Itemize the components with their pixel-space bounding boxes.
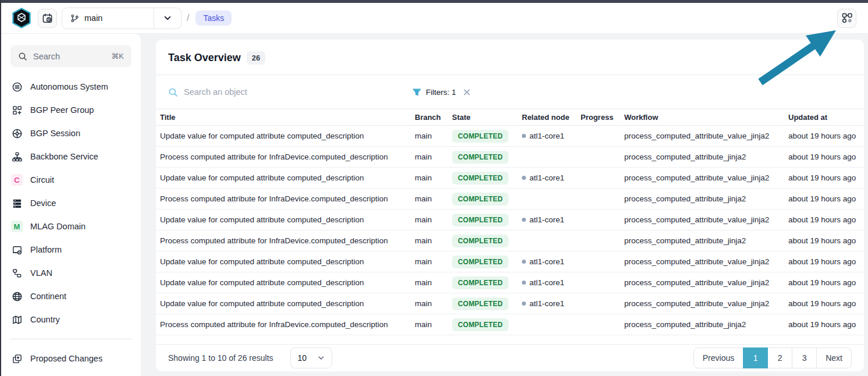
sidebar-item-backbone-service[interactable]: Backbone Service (1, 145, 141, 168)
continent-icon (11, 290, 23, 302)
table-row[interactable]: Update value for computed attribute comp… (156, 126, 864, 147)
sidebar-item-label: BGP Peer Group (30, 105, 94, 115)
related-node-dot-icon (522, 281, 526, 285)
git-branch-icon (70, 14, 79, 23)
task-overview-card: Task Overview 26 Search an object Filter… (156, 40, 864, 371)
table-row[interactable]: Update value for computed attribute comp… (156, 251, 864, 272)
page-button-1[interactable]: 1 (743, 347, 768, 368)
breadcrumb-separator: / (187, 13, 189, 23)
sidebar-menu: Autonomous SystemBGP Peer GroupBGP Sessi… (1, 75, 141, 331)
sidebar-item-continent[interactable]: Continent (1, 285, 141, 308)
cell-updated-at: about 19 hours ago (784, 152, 864, 161)
related-node-dot-icon (522, 218, 526, 222)
cell-state: COMPLETED (448, 318, 518, 331)
page-button-2[interactable]: 2 (767, 347, 792, 368)
table-body: Update value for computed attribute comp… (156, 126, 864, 335)
table-row[interactable]: Update value for computed attribute comp… (156, 168, 864, 189)
related-node-name: atl1-core1 (529, 173, 564, 182)
proposed-changes-icon (11, 353, 23, 364)
cell-title: Update value for computed attribute comp… (156, 173, 411, 182)
cell-workflow: process_computed_attribute_jinja2 (620, 236, 784, 245)
related-node-name: atl1-core1 (529, 299, 564, 308)
table-row[interactable]: Process computed attribute for InfraDevi… (156, 189, 864, 210)
filters-count-label: Filters: 1 (426, 88, 456, 97)
sidebar-footer-menu: Proposed ChangesObject Management (1, 347, 141, 376)
sidebar-item-object-management[interactable]: Object Management (1, 370, 141, 376)
sidebar-item-circuit[interactable]: CCircuit (1, 168, 141, 191)
filters-button[interactable]: Filters: 1 (412, 88, 471, 97)
cell-title: Process computed attribute for InfraDevi… (156, 320, 411, 329)
card-header: Task Overview 26 (156, 40, 864, 75)
time-travel-calendar-button[interactable] (38, 9, 57, 28)
window-edge-top (0, 0, 868, 3)
branch-dropdown-toggle[interactable] (154, 8, 181, 29)
sidebar-item-autonomous-system[interactable]: Autonomous System (1, 75, 141, 98)
cell-updated-at: about 19 hours ago (784, 299, 864, 308)
table-row[interactable]: Process computed attribute for InfraDevi… (156, 314, 864, 335)
device-icon (11, 197, 23, 209)
cell-state: COMPLETED (448, 130, 518, 143)
related-node-dot-icon (522, 260, 526, 264)
sidebar-item-bgp-session[interactable]: BGP Session (1, 122, 141, 145)
state-badge: COMPLETED (452, 214, 508, 226)
page-size-select[interactable]: 10 (290, 347, 332, 368)
next-page-button[interactable]: Next (816, 347, 852, 368)
cell-branch: main (411, 299, 448, 308)
sidebar-search-placeholder: Search (33, 52, 105, 61)
sidebar-item-platform[interactable]: Platform (1, 238, 141, 261)
filter-row: Search an object Filters: 1 (156, 75, 864, 109)
sidebar-item-bgp-peer-group[interactable]: BGP Peer Group (1, 98, 141, 122)
cell-title: Process computed attribute for InfraDevi… (156, 194, 411, 203)
branch-selector[interactable]: main (62, 8, 182, 29)
sidebar-item-mlag-domain[interactable]: MMLAG Domain (1, 215, 141, 238)
cell-state: COMPLETED (448, 151, 518, 164)
sidebar-item-device[interactable]: Device (1, 191, 141, 215)
cell-updated-at: about 19 hours ago (784, 257, 864, 266)
sidebar-item-proposed-changes[interactable]: Proposed Changes (1, 347, 141, 370)
object-search-placeholder: Search an object (184, 87, 247, 97)
column-header-workflow: Workflow (620, 113, 784, 122)
table-row[interactable]: Update value for computed attribute comp… (156, 210, 864, 230)
cell-workflow: process_computed_attribute_value_jinja2 (620, 215, 784, 224)
table-row[interactable]: Process computed attribute for InfraDevi… (156, 147, 864, 168)
related-node-name: atl1-core1 (529, 278, 564, 287)
vlan-icon (11, 267, 23, 279)
state-badge: COMPLETED (452, 256, 508, 268)
letter-badge: C (11, 174, 23, 186)
sidebar-item-label: VLAN (30, 268, 52, 278)
cell-branch: main (411, 320, 448, 329)
page-button-3[interactable]: 3 (792, 347, 817, 368)
platform-icon (11, 244, 23, 256)
previous-page-button[interactable]: Previous (693, 347, 744, 368)
state-badge: COMPLETED (452, 130, 508, 143)
sidebar-item-vlan[interactable]: VLAN (1, 261, 141, 285)
branch-selected-value[interactable]: main (62, 8, 154, 29)
pagination-footer: Showing 1 to 10 of 26 results 10 Previou… (156, 344, 864, 371)
cell-workflow: process_computed_attribute_value_jinja2 (620, 278, 784, 287)
cell-updated-at: about 19 hours ago (784, 278, 864, 287)
related-node-dot-icon (522, 301, 526, 306)
schema-visualizer-button[interactable] (837, 9, 856, 28)
state-badge: COMPLETED (452, 318, 508, 331)
cell-title: Update value for computed attribute comp… (156, 215, 411, 224)
cell-workflow: process_computed_attribute_jinja2 (620, 194, 784, 203)
cell-title: Update value for computed attribute comp… (156, 299, 411, 308)
cell-related-node: atl1-core1 (518, 173, 577, 182)
column-header-title: Title (156, 113, 411, 122)
table-row[interactable]: Update value for computed attribute comp… (156, 293, 864, 314)
breadcrumb-tasks[interactable]: Tasks (195, 10, 232, 26)
cell-branch: main (411, 132, 448, 140)
clear-filters-icon[interactable] (463, 88, 471, 96)
table-row[interactable]: Process computed attribute for InfraDevi… (156, 230, 864, 251)
sidebar-item-label: Circuit (30, 175, 54, 185)
cell-workflow: process_computed_attribute_jinja2 (620, 152, 784, 161)
object-search-input[interactable]: Search an object (168, 87, 287, 97)
column-header-updated-at: Updated at (784, 113, 864, 122)
infrahub-logo-icon[interactable] (12, 8, 31, 29)
cell-state: COMPLETED (448, 297, 518, 310)
country-icon (11, 314, 23, 325)
sidebar-item-country[interactable]: Country (1, 308, 141, 331)
sidebar-search-input[interactable]: Search ⌘K (10, 45, 131, 67)
table-row[interactable]: Update value for computed attribute comp… (156, 272, 864, 293)
cell-title: Process computed attribute for InfraDevi… (156, 152, 411, 161)
